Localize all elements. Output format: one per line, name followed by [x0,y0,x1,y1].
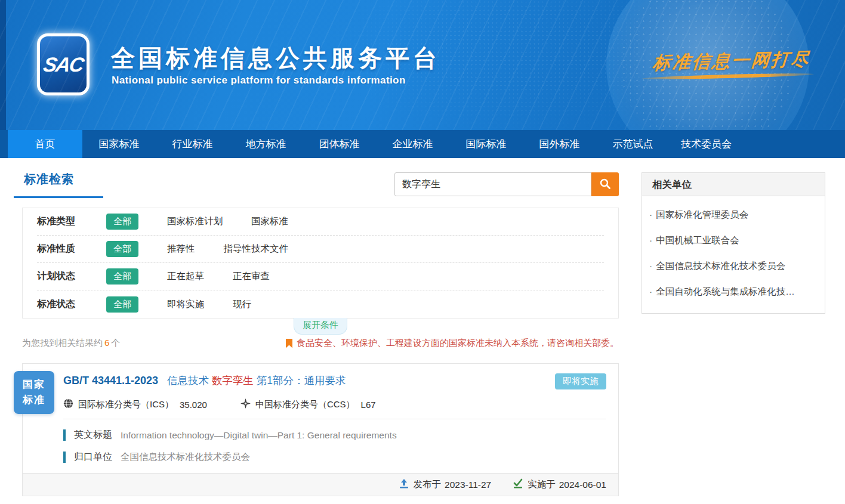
published-date-item: 发布于 2023-11-27 [399,478,492,491]
result-card: 国家 标准 GB/T 43441.1-2023 信息技术 数字孪生 第1部分：通… [22,363,619,496]
related-unit-label: 中国机械工业联合会 [656,235,739,245]
field-bar [63,429,66,441]
filter-label: 标准状态 [37,298,90,311]
filter-option[interactable]: 正在起草 [167,270,204,283]
standard-title-part2: 第1部分：通用要求 [257,375,346,386]
ccs-value: L67 [361,400,376,410]
filter-option[interactable]: 国家标准 [251,215,288,228]
type-badge-line2: 标准 [23,392,45,408]
list-bullet: · [649,261,652,271]
related-unit-label: 全国信息技术标准化技术委员会 [656,261,785,271]
content-area: 标准检索 标准类型 全部 国家标准计划 [0,158,845,496]
search-header: 标准检索 [22,171,619,206]
implemented-date-item: 实施于 2024-06-01 [513,478,606,491]
related-unit-link[interactable]: ·中国机械工业联合会 [649,228,815,253]
main-column: 标准检索 标准类型 全部 国家标准计划 [22,171,619,496]
field-label: 英文标题 [74,429,112,441]
filter-row-standard-nature: 标准性质 全部 推荐性 指导性技术文件 [37,236,604,263]
card-main: GB/T 43441.1-2023 信息技术 数字孪生 第1部分：通用要求 即将… [23,364,618,463]
globe-icon [63,398,78,410]
filter-option[interactable]: 正在审查 [233,270,270,283]
main-nav: 首页 国家标准 行业标准 地方标准 团体标准 企业标准 国际标准 国外标准 示范… [0,130,845,158]
standard-title-link[interactable]: GB/T 43441.1-2023 信息技术 数字孪生 第1部分：通用要求 [63,373,346,388]
related-units-list: ·国家标准化管理委员会 ·中国机械工业联合会 ·全国信息技术标准化技术委员会 ·… [642,196,825,313]
related-unit-link[interactable]: ·全国信息技术标准化技术委员会 [649,253,815,279]
bookmark-icon [286,339,292,348]
status-badge: 即将实施 [555,373,606,389]
page-title: 标准检索 [22,171,103,187]
ics-label: 国际标准分类号（ICS） [78,399,174,410]
list-bullet: · [649,235,652,245]
results-notice: 食品安全、环境保护、工程建设方面的国家标准未纳入本系统，请咨询相关部委。 [286,338,619,349]
published-date: 2023-11-27 [445,480,491,490]
filter-row-standard-type: 标准类型 全部 国家标准计划 国家标准 [37,208,604,236]
check-icon [513,478,528,491]
nav-item-technical-committee[interactable]: 技术委员会 [670,130,743,158]
filter-panel: 标准类型 全部 国家标准计划 国家标准 标准性质 全部 推荐性 指导性技术文件 … [22,208,619,319]
page-title-wrap: 标准检索 [22,171,103,198]
standard-title-part1: 信息技术 [167,375,209,386]
nav-item-enterprise-standards[interactable]: 企业标准 [376,130,449,158]
nav-item-industry-standards[interactable]: 行业标准 [156,130,229,158]
search-box [394,172,619,196]
side-column: 相关单位 ·国家标准化管理委员会 ·中国机械工业联合会 ·全国信息技术标准化技术… [642,171,825,496]
filter-all-badge[interactable]: 全部 [106,268,138,285]
site-title-chinese: 全国标准信息公共服务平台 [111,42,440,75]
search-input[interactable] [394,172,591,196]
filter-row-standard-status: 标准状态 全部 即将实施 现行 [37,290,604,318]
search-button[interactable] [591,172,619,196]
related-unit-link[interactable]: ·国家标准化管理委员会 [649,202,815,228]
related-units-title: 相关单位 [642,173,825,196]
filter-all-badge[interactable]: 全部 [106,296,138,313]
field-bar [63,452,66,463]
field-label: 归口单位 [74,451,112,463]
ccs-label: 中国标准分类号（CCS） [255,399,355,410]
results-summary-prefix: 为您找到相关结果约 [22,338,103,348]
filter-label: 标准类型 [37,215,90,228]
nav-item-pilot[interactable]: 示范试点 [596,130,670,158]
search-icon [599,178,611,191]
list-bullet: · [649,209,652,219]
filter-label: 标准性质 [37,243,90,255]
filter-label: 计划状态 [37,270,90,283]
filter-option[interactable]: 现行 [233,298,251,311]
nav-item-local-standards[interactable]: 地方标准 [229,130,303,158]
related-unit-link[interactable]: ·全国自动化系统与集成标准化技… [649,279,815,305]
header-banner: SAC 全国标准信息公共服务平台 National public service… [0,0,845,130]
filter-all-badge[interactable]: 全部 [106,241,138,257]
expand-conditions-button[interactable]: 展开条件 [294,318,347,335]
filter-option[interactable]: 即将实施 [167,298,204,311]
sac-logo-text: SAC [42,53,85,76]
card-footer: 发布于 2023-11-27 实施于 2024-06-01 [23,473,618,496]
related-unit-label: 国家标准化管理委员会 [656,209,748,219]
filter-option[interactable]: 指导性技术文件 [224,243,289,255]
published-label: 发布于 [414,478,442,491]
nav-item-international-standards[interactable]: 国际标准 [449,130,523,158]
related-units-panel: 相关单位 ·国家标准化管理委员会 ·中国机械工业联合会 ·全国信息技术标准化技术… [642,172,825,314]
type-badge-line1: 国家 [23,377,45,392]
implemented-date: 2024-06-01 [559,480,606,490]
card-meta-row: 国际标准分类号（ICS） 35.020 中国标准分类号（CCS） L67 [63,398,606,410]
expand-wrap: 展开条件 [22,319,619,334]
nav-item-group-standards[interactable]: 团体标准 [303,130,376,158]
results-row: 为您找到相关结果约6个 食品安全、环境保护、工程建设方面的国家标准未纳入本系统，… [22,338,619,349]
results-summary-suffix: 个 [111,338,120,348]
filter-option[interactable]: 国家标准计划 [167,215,223,228]
filter-all-badge[interactable]: 全部 [106,214,138,230]
upload-icon [399,478,414,491]
compass-icon [240,398,255,410]
field-row-english-title: 英文标题 Information technology—Digital twin… [63,429,606,441]
related-unit-label: 全国自动化系统与集成标准化技… [656,286,795,296]
standard-code: GB/T 43441.1-2023 [63,375,158,386]
sac-logo[interactable]: SAC [37,33,90,95]
nav-item-national-standards[interactable]: 国家标准 [82,130,156,158]
nav-item-foreign-standards[interactable]: 国外标准 [523,130,596,158]
list-bullet: · [649,286,652,296]
field-row-committee: 归口单位 全国信息技术标准化技术委员会 [63,451,606,463]
sac-logo-inner: SAC [40,36,87,92]
field-value: Information technology—Digital twin—Part… [121,430,397,441]
implemented-label: 实施于 [528,478,556,491]
results-summary: 为您找到相关结果约6个 [22,338,120,349]
nav-item-home[interactable]: 首页 [8,130,82,158]
filter-option[interactable]: 推荐性 [167,243,195,255]
